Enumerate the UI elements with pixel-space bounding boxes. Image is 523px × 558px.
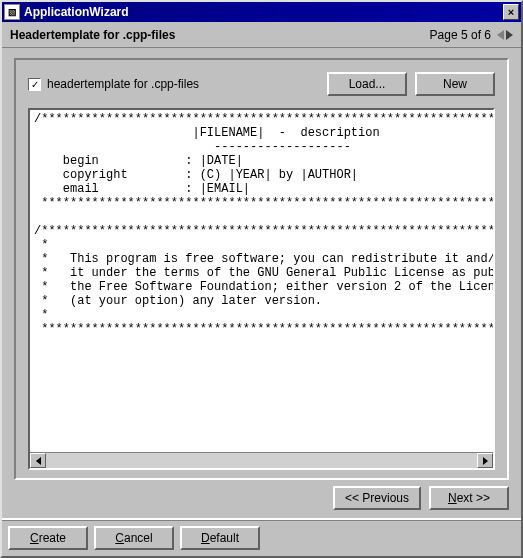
content-area: ✓ headertemplate for .cpp-files Load... … [2, 48, 521, 518]
page-indicator: Page 5 of 6 [430, 28, 491, 42]
subheader-title: Headertemplate for .cpp-files [10, 28, 430, 42]
horizontal-scrollbar[interactable] [30, 452, 493, 468]
nav-buttons: << Previous Next >> [14, 480, 509, 512]
app-window: ▧ ApplicationWizard × Headertemplate for… [0, 0, 523, 558]
scroll-right-button[interactable] [477, 453, 493, 468]
arrow-left-icon [36, 457, 41, 465]
titlebar: ▧ ApplicationWizard × [2, 2, 521, 22]
create-button[interactable]: Create [8, 526, 88, 550]
new-button[interactable]: New [415, 72, 495, 96]
page-next-arrow-icon[interactable] [506, 30, 513, 40]
page-prev-arrow-icon[interactable] [497, 30, 504, 40]
footer: Create Cancel Default [2, 518, 521, 556]
enable-template-checkbox[interactable]: ✓ [28, 78, 41, 91]
app-icon: ▧ [4, 4, 20, 20]
load-button[interactable]: Load... [327, 72, 407, 96]
template-textarea[interactable]: /***************************************… [30, 110, 493, 452]
arrow-right-icon [483, 457, 488, 465]
close-button[interactable]: × [503, 4, 519, 20]
options-row: ✓ headertemplate for .cpp-files Load... … [28, 72, 495, 96]
main-panel: ✓ headertemplate for .cpp-files Load... … [14, 58, 509, 480]
template-editor: /***************************************… [28, 108, 495, 470]
previous-button[interactable]: << Previous [333, 486, 421, 510]
wizard-subheader: Headertemplate for .cpp-files Page 5 of … [2, 22, 521, 48]
scroll-left-button[interactable] [30, 453, 46, 468]
checkbox-label: headertemplate for .cpp-files [47, 77, 319, 91]
default-button[interactable]: Default [180, 526, 260, 550]
scroll-track[interactable] [46, 453, 477, 468]
cancel-button[interactable]: Cancel [94, 526, 174, 550]
next-button[interactable]: Next >> [429, 486, 509, 510]
window-title: ApplicationWizard [24, 5, 503, 19]
